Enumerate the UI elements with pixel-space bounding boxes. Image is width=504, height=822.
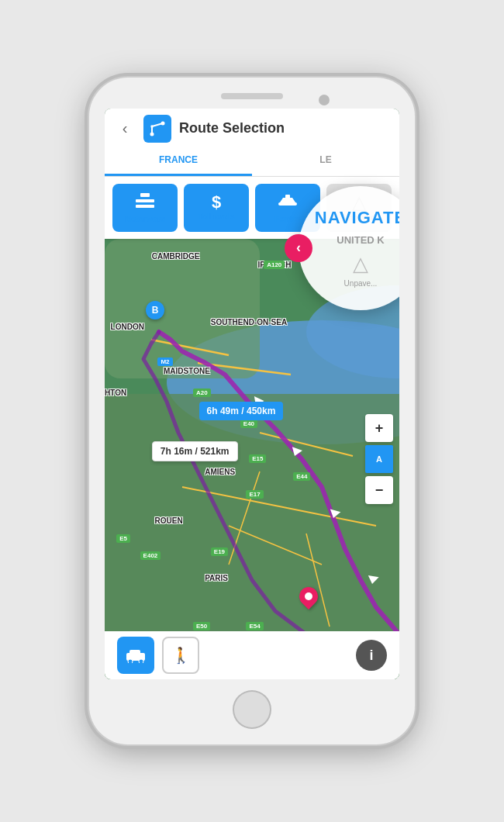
ferry-svg-icon xyxy=(277,192,299,210)
pin-a-dot xyxy=(305,592,312,600)
svg-rect-27 xyxy=(278,202,297,206)
motorways-label: Motorways xyxy=(125,215,165,223)
unpaved-triangle-icon: △ xyxy=(353,252,368,276)
walk-icon: 🚶 xyxy=(171,646,191,665)
page-title: Route Selection xyxy=(179,120,390,136)
back-chevron-icon: ‹ xyxy=(296,240,301,256)
nav-bar: ‹ Route Selection xyxy=(105,109,399,149)
svg-point-18 xyxy=(128,659,133,663)
city-southend: SOUTHEND-ON-SEA xyxy=(211,318,287,326)
phone-camera xyxy=(319,95,330,105)
motorways-button[interactable]: Motorways xyxy=(112,184,178,232)
svg-point-22 xyxy=(150,125,154,128)
road-e5: E5 xyxy=(116,534,130,543)
toll-icon: $ xyxy=(212,194,221,211)
road-e19: E19 xyxy=(211,547,228,556)
tab-bar: FRANCE LE xyxy=(105,149,399,177)
phone-device: CAMBRIDGE IPSWICH LONDON SOUTHEND-ON-SEA… xyxy=(89,78,415,744)
navigate-back-button[interactable]: ‹ xyxy=(285,234,312,262)
nav-route-icon xyxy=(143,115,171,143)
phone-speaker xyxy=(221,93,283,99)
toll-roads-label: Toll roads xyxy=(198,212,234,221)
route-info-secondary: 7h 16m / 521km xyxy=(152,441,238,461)
city-amiens: AMIENS xyxy=(205,468,235,476)
navigate-overlay: ‹ NAVIGATE UNITED K △ Unpave... xyxy=(299,186,399,310)
tab-le[interactable]: LE xyxy=(252,149,399,176)
road-e402: E402 xyxy=(140,551,161,560)
ferries-label: Ferries xyxy=(274,215,300,223)
map-controls: + A − xyxy=(365,414,393,504)
road-m2: M2 xyxy=(157,357,172,366)
route-icon xyxy=(149,120,166,137)
zoom-in-button[interactable]: + xyxy=(365,414,393,442)
svg-point-20 xyxy=(150,132,154,136)
nav-back-button[interactable]: ‹ xyxy=(114,118,136,140)
route-info-primary: 6h 49m / 450km xyxy=(199,402,284,420)
road-e17: E17 xyxy=(246,490,263,499)
road-e15: E15 xyxy=(249,454,266,463)
road-a120: A120 xyxy=(264,261,285,269)
zoom-out-button[interactable]: − xyxy=(365,476,393,504)
toll-roads-button[interactable]: $ Toll roads xyxy=(184,184,249,232)
svg-rect-25 xyxy=(136,205,154,208)
road-a20: A20 xyxy=(193,389,211,397)
unpaved-section: △ Unpave... xyxy=(344,252,378,288)
transport-bar: 🚶 i xyxy=(105,631,399,679)
car-icon xyxy=(125,648,147,663)
highway-icon xyxy=(134,192,156,210)
city-maidstone: MAIDSTONE xyxy=(164,367,210,375)
pin-b: B xyxy=(146,301,164,319)
city-hton: HTON xyxy=(105,389,126,397)
city-cambridge: CAMBRIDGE xyxy=(152,252,200,261)
walk-transport-button[interactable]: 🚶 xyxy=(162,637,199,674)
svg-rect-26 xyxy=(285,195,290,199)
info-icon: i xyxy=(369,648,373,664)
road-e50: E50 xyxy=(193,622,210,630)
svg-rect-24 xyxy=(140,193,150,197)
compass-a-button[interactable]: A xyxy=(365,445,393,473)
car-transport-button[interactable] xyxy=(117,637,154,674)
phone-screen: CAMBRIDGE IPSWICH LONDON SOUTHEND-ON-SEA… xyxy=(105,109,399,679)
navigate-circle: ‹ NAVIGATE UNITED K △ Unpave... xyxy=(299,186,399,310)
road-e44: E44 xyxy=(293,472,310,481)
navigate-text: NAVIGATE xyxy=(315,208,399,228)
city-paris: PARIS xyxy=(205,574,228,582)
road-e54: E54 xyxy=(246,622,263,630)
city-london: LONDON xyxy=(111,323,144,331)
road-e40: E40 xyxy=(240,420,257,428)
svg-point-21 xyxy=(161,121,165,125)
tab-france[interactable]: FRANCE xyxy=(105,149,252,176)
svg-rect-23 xyxy=(136,199,154,202)
city-rouen: ROUEN xyxy=(155,516,183,525)
motorways-icon xyxy=(134,192,156,213)
info-button[interactable]: i xyxy=(356,640,387,671)
unpaved-text: Unpave... xyxy=(344,279,378,288)
svg-point-19 xyxy=(139,659,143,663)
united-text: UNITED K xyxy=(337,234,384,246)
svg-rect-17 xyxy=(129,650,140,656)
ferry-icon xyxy=(277,192,299,213)
phone-home-button[interactable] xyxy=(233,690,271,729)
